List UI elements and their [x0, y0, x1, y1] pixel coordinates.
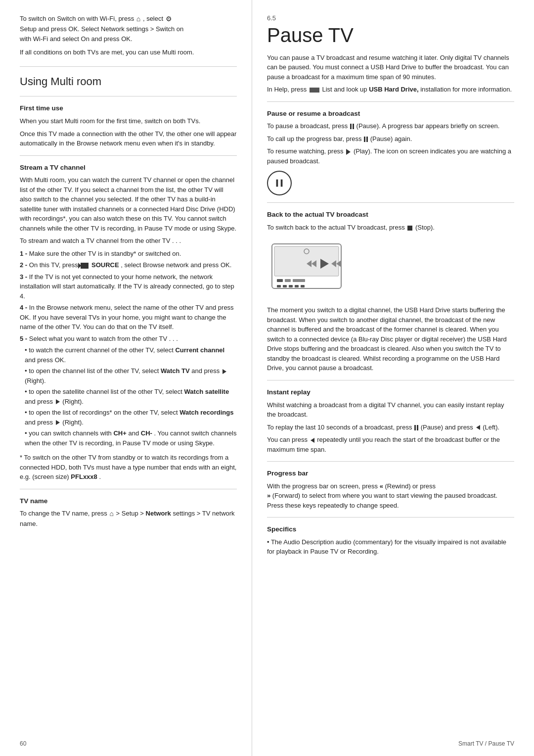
pause-resume-heading: Pause or resume a broadcast	[267, 109, 514, 119]
pause-tv-intro: You can pause a TV broadcast and resume …	[267, 53, 514, 82]
stream-bullet3-post: and press	[25, 398, 55, 405]
multi-room-note: If all conditions on both TVs are met, y…	[20, 47, 237, 57]
stream-bullet-3: to open the satellite channel list of th…	[20, 387, 237, 406]
intro2-mid: List and look up	[322, 86, 367, 93]
tv-name-section: TV name To change the TV name, press ⌂ >…	[20, 496, 237, 529]
section-divider-bottom	[20, 96, 237, 96]
stream-bullet4-end: (Right).	[62, 419, 84, 426]
stream-step-2: 2 - On this TV, press SOURCE , select Br…	[20, 260, 237, 270]
svg-rect-7	[277, 285, 281, 287]
source-icon	[81, 263, 89, 269]
stream-footnote: * To switch on the other TV from standby…	[20, 453, 237, 482]
back-to-broadcast-section: Back to the actual TV broadcast To switc…	[267, 210, 514, 232]
pause-resume-line3: To resume watching, press (Play). The ic…	[267, 146, 514, 166]
stream-step-4: 4 - In the Browse network menu, select t…	[20, 303, 237, 332]
pause-line2-mid: (Pause) again.	[370, 135, 412, 142]
first-time-use-para2: Once this TV made a connection with the …	[20, 129, 237, 148]
home-icon-2: ⌂	[109, 509, 113, 519]
specifics-section: Specifics • The Audio Description audio …	[267, 524, 514, 557]
stream-bullet1-bold: Current channel	[175, 346, 224, 354]
intro2-bold: USB Hard Drive,	[369, 86, 418, 93]
stream-bullet-5: you can switch channels with CH+ and CH-…	[20, 428, 237, 448]
stream-tv-section: Stream a TV channel With Multi room, you…	[20, 163, 237, 482]
stream-tv-step0: To stream and watch a TV channel from th…	[20, 236, 237, 246]
using-multi-room-title: Using Multi room	[20, 74, 237, 90]
right-arrow-icon-2	[56, 399, 60, 404]
intro-text-line1b: , select	[143, 15, 163, 22]
pause-tv-intro2: In Help, press List and look up USB Hard…	[267, 85, 514, 94]
stream-bullet2-pre: to open the channel list of the other TV…	[29, 367, 159, 375]
left-column: To switch on Switch on with Wi-Fi, press…	[0, 0, 252, 756]
stream-bullet2-post: and press	[191, 367, 222, 375]
ir-line2-post: (Left).	[483, 424, 499, 431]
specifics-text: • The Audio Description audio (commentar…	[267, 537, 514, 557]
stream-bullet5-mid: and	[128, 429, 140, 437]
stream-bullet5-bold2: CH-	[141, 429, 152, 437]
subsection-divider-1	[20, 155, 237, 156]
pause-resume-section: Pause or resume a broadcast To pause a b…	[267, 109, 514, 166]
stream-bullet5-bold1: CH+	[113, 429, 126, 437]
stream-step-1: 1 - Make sure the other TV is in standby…	[20, 249, 237, 259]
stream-bullet-1: to watch the current channel of the othe…	[20, 345, 237, 365]
stream-bullet4-post: and press	[25, 419, 55, 426]
footnote-text: * To switch on the other TV from standby…	[20, 454, 236, 480]
pb-line2-pre: (Forward) to select from where you want …	[267, 492, 497, 509]
stream-bullet1-post: and press OK.	[25, 356, 66, 364]
left-arrow-icon-2	[311, 438, 314, 443]
stream-step2-post: , select Browse network and press OK.	[121, 261, 231, 269]
back-text-pre: To switch back to the actual TV broadcas…	[267, 224, 405, 231]
intro2-pre: In Help, press	[267, 86, 307, 93]
back-to-broadcast-heading: Back to the actual TV broadcast	[267, 210, 514, 220]
pb-line1-pre: With the progress bar on screen, press	[267, 482, 378, 490]
specifics-heading: Specifics	[267, 524, 514, 534]
tv-name-network: Network	[146, 510, 171, 517]
section-divider-top	[20, 66, 237, 67]
page-number: 60	[20, 740, 26, 748]
intro2-post: installation for more information.	[420, 86, 512, 93]
svg-rect-0	[276, 180, 278, 187]
tv-remote-image	[267, 239, 346, 298]
stream-bullet3-end: (Right).	[62, 398, 84, 405]
stream-bullet1-pre: to watch the current channel of the othe…	[29, 346, 174, 354]
intro-text-line3: with Wi-Fi and select On and press OK.	[20, 35, 133, 43]
stream-bullet2-end: (Right).	[25, 377, 46, 384]
pause-line1-mid: (Pause). A progress bar appears briefly …	[356, 122, 500, 130]
intro-paragraph: To switch on Switch on with Wi-Fi, press…	[20, 14, 237, 44]
pause-bars-icon-2	[364, 137, 368, 142]
progress-bar-text: With the progress bar on screen, press «…	[267, 481, 514, 511]
intro-text-line2: Setup and press OK. Select Network setti…	[20, 25, 183, 33]
stream-step2-source: SOURCE	[91, 261, 119, 269]
back-text-post: (Stop).	[415, 224, 435, 231]
tv-description: The moment you switch to a digital chann…	[267, 305, 514, 373]
left-arrow-icon	[476, 425, 480, 430]
stream-bullet3-pre: to open the satellite channel list of th…	[29, 388, 182, 395]
first-time-use-section: First time use When you start Multi room…	[20, 103, 237, 148]
svg-rect-5	[285, 279, 291, 282]
pause-line2-pre: To call up the progress bar, press	[267, 135, 362, 142]
right-divider-4	[267, 461, 514, 462]
back-to-broadcast-text: To switch back to the actual TV broadcas…	[267, 223, 514, 233]
stream-tv-heading: Stream a TV channel	[20, 163, 237, 173]
ir-line3-pre: You can press	[267, 436, 308, 443]
instant-replay-heading: Instant replay	[267, 387, 514, 397]
right-divider-3	[267, 380, 514, 380]
stream-bullet4-pre: to open the list of recordings* on the o…	[29, 409, 178, 416]
stream-bullet-2: to open the channel list of the other TV…	[20, 366, 237, 385]
ir-line2-pre: To replay the last 10 seconds of a broad…	[267, 424, 412, 431]
svg-rect-9	[289, 285, 293, 287]
stream-step2-pre: On this TV, press	[29, 261, 78, 269]
stream-bullet5-pre: you can switch channels with	[29, 429, 112, 437]
stream-step4-text: In the Browse network menu, select the n…	[20, 304, 234, 331]
stream-step-5: 5 - Select what you want to watch from t…	[20, 334, 237, 344]
pause-line3-pre: To resume watching, press	[267, 147, 344, 155]
subsection-divider-2	[20, 489, 237, 489]
instant-replay-line1: Whilst watching a broadcast from a digit…	[267, 400, 514, 420]
right-divider-5	[267, 517, 514, 518]
home-icon: ⌂	[136, 14, 140, 24]
svg-rect-6	[293, 279, 305, 282]
settings-icon: ⚙	[166, 14, 172, 24]
stream-step5-text: Select what you want to watch from the o…	[29, 335, 178, 342]
instant-replay-section: Instant replay Whilst watching a broadca…	[267, 387, 514, 454]
pb-line1-mid: (Rewind) or press	[385, 482, 436, 490]
right-arrow-icon-3	[56, 420, 60, 425]
